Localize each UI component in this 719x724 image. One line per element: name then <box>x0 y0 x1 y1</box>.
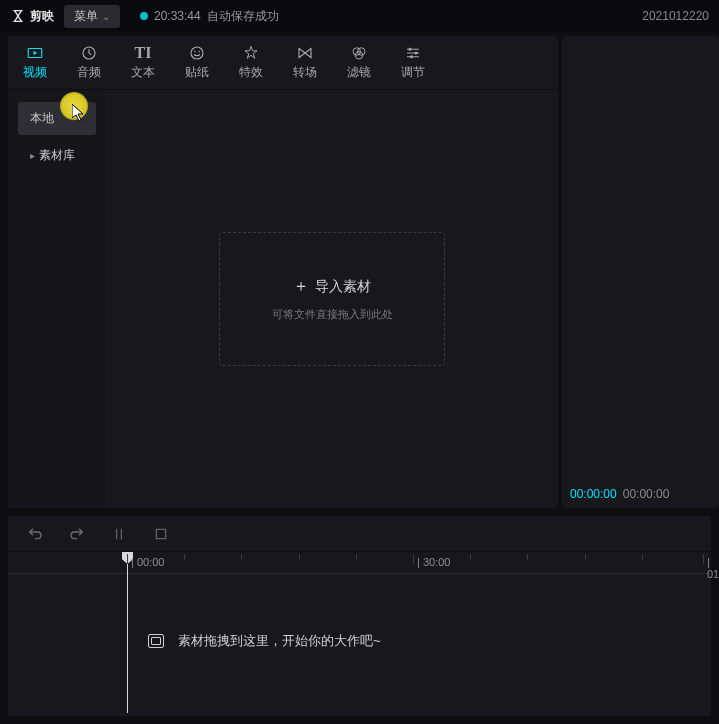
tab-sticker[interactable]: 贴纸 <box>170 36 224 89</box>
titlebar: 剪映 菜单 ⌄ 20:33:44 自动保存成功 2021012220 <box>0 0 719 32</box>
timeline-toolbar <box>8 516 711 552</box>
audio-icon <box>80 44 98 62</box>
import-dropzone[interactable]: ＋ 导入素材 可将文件直接拖入到此处 <box>219 232 445 366</box>
tab-label: 特效 <box>239 64 263 81</box>
transition-icon <box>296 44 314 62</box>
tab-label: 滤镜 <box>347 64 371 81</box>
svg-point-9 <box>415 52 418 55</box>
preview-footer: 00:00:00 00:00:00 <box>562 480 719 508</box>
svg-point-10 <box>410 55 413 58</box>
timeline-panel: | 00:00| 30:00| 01:0 素材拖拽到这里，开始你的大作吧~ <box>8 516 711 716</box>
track-hint-text: 素材拖拽到这里，开始你的大作吧~ <box>178 632 381 650</box>
tab-effects[interactable]: 特效 <box>224 36 278 89</box>
sidebar-item-label: 本地 <box>30 110 54 127</box>
preview-total-time: 00:00:00 <box>623 487 670 501</box>
svg-point-4 <box>199 51 201 53</box>
preview-viewport <box>562 36 719 480</box>
dropzone-main-text: 导入素材 <box>315 278 371 296</box>
tab-text[interactable]: TI文本 <box>116 36 170 89</box>
ruler-tick-minor <box>527 554 528 560</box>
tab-label: 文本 <box>131 64 155 81</box>
ruler-tick <box>413 554 414 564</box>
autosave-time: 20:33:44 <box>154 9 201 23</box>
ruler-tick-minor <box>299 554 300 560</box>
chevron-down-icon: ⌄ <box>102 11 110 22</box>
dropzone-main-row: ＋ 导入素材 <box>293 276 371 297</box>
sidebar-item-label: 素材库 <box>39 147 75 164</box>
ruler-tick <box>703 554 704 564</box>
category-tabs: 视频音频TI文本贴纸特效转场滤镜调节 <box>8 36 558 90</box>
tab-transition[interactable]: 转场 <box>278 36 332 89</box>
track-hint: 素材拖拽到这里，开始你的大作吧~ <box>148 632 381 650</box>
autosave-text: 自动保存成功 <box>207 8 279 25</box>
frame-icon <box>148 634 164 648</box>
menu-button[interactable]: 菜单 ⌄ <box>64 5 120 28</box>
ruler-tick-minor <box>356 554 357 560</box>
caret-right-icon: ▸ <box>30 150 35 161</box>
preview-current-time: 00:00:00 <box>570 487 617 501</box>
sidebar-item-0[interactable]: 本地 <box>18 102 96 135</box>
svg-point-2 <box>191 47 203 59</box>
ruler-tick-minor <box>470 554 471 560</box>
dropzone-sub-text: 可将文件直接拖入到此处 <box>272 307 393 322</box>
tab-filter[interactable]: 滤镜 <box>332 36 386 89</box>
ruler-label: | 00:00 <box>131 556 164 568</box>
ruler-tick-minor <box>585 554 586 560</box>
svg-point-8 <box>409 48 412 51</box>
svg-rect-11 <box>156 529 165 538</box>
tab-label: 转场 <box>293 64 317 81</box>
tab-label: 视频 <box>23 64 47 81</box>
svg-point-3 <box>194 51 196 53</box>
undo-button[interactable] <box>26 525 44 543</box>
ruler-tick-minor <box>184 554 185 560</box>
app-logo-icon <box>10 8 26 24</box>
tab-label: 音频 <box>77 64 101 81</box>
ruler-tick-minor <box>642 554 643 560</box>
app-name: 剪映 <box>30 8 54 25</box>
crop-button[interactable] <box>152 525 170 543</box>
ruler-tick-minor <box>241 554 242 560</box>
ruler-tick <box>127 554 128 564</box>
tab-label: 贴纸 <box>185 64 209 81</box>
text-icon: TI <box>134 44 152 62</box>
app-logo: 剪映 <box>10 8 54 25</box>
tab-video[interactable]: 视频 <box>8 36 62 89</box>
media-panel: 视频音频TI文本贴纸特效转场滤镜调节 本地▸素材库 ＋ 导入素材 可将文件直接拖… <box>8 36 558 508</box>
media-content: ＋ 导入素材 可将文件直接拖入到此处 <box>106 90 558 508</box>
tab-audio[interactable]: 音频 <box>62 36 116 89</box>
menu-label: 菜单 <box>74 8 98 25</box>
video-icon <box>26 44 44 62</box>
track-area[interactable]: 素材拖拽到这里，开始你的大作吧~ <box>8 574 711 716</box>
effects-icon <box>242 44 260 62</box>
plus-icon: ＋ <box>293 276 309 297</box>
media-sidebar: 本地▸素材库 <box>8 90 106 508</box>
filter-icon <box>350 44 368 62</box>
ruler-label: | 30:00 <box>417 556 450 568</box>
status-dot-icon <box>140 12 148 20</box>
tab-adjust[interactable]: 调节 <box>386 36 440 89</box>
tab-label: 调节 <box>401 64 425 81</box>
preview-panel: 00:00:00 00:00:00 <box>562 36 719 508</box>
adjust-icon <box>404 44 422 62</box>
sidebar-item-1[interactable]: ▸素材库 <box>18 139 96 172</box>
split-button[interactable] <box>110 525 128 543</box>
timeline-ruler[interactable]: | 00:00| 30:00| 01:0 <box>8 552 711 574</box>
main-row: 视频音频TI文本贴纸特效转场滤镜调节 本地▸素材库 ＋ 导入素材 可将文件直接拖… <box>0 32 719 512</box>
project-timestamp: 2021012220 <box>642 9 709 23</box>
media-body: 本地▸素材库 ＋ 导入素材 可将文件直接拖入到此处 <box>8 90 558 508</box>
redo-button[interactable] <box>68 525 86 543</box>
autosave-status: 20:33:44 自动保存成功 <box>140 8 279 25</box>
sticker-icon <box>188 44 206 62</box>
